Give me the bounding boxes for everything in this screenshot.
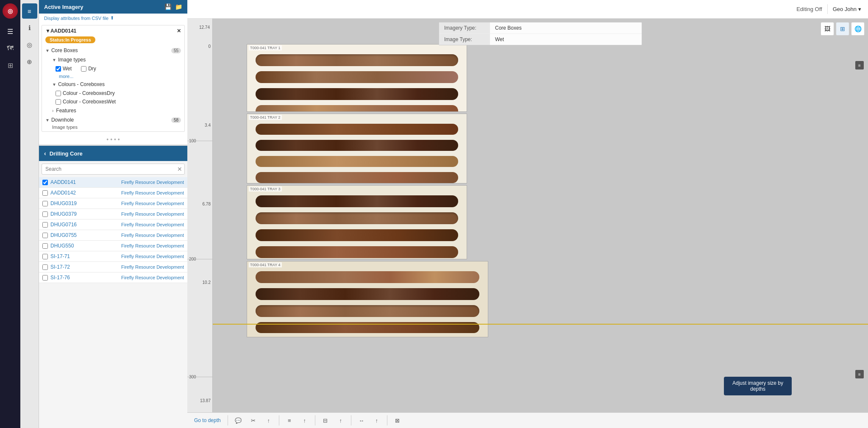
search-input[interactable] xyxy=(42,164,185,175)
drilling-list: AADD0141 Firefly Resource Development AA… xyxy=(39,177,187,428)
top-bar: Editing Off Geo John ▾ xyxy=(187,0,868,19)
drilling-list-item[interactable]: DHUG0755 Firefly Resource Development xyxy=(39,230,187,241)
core-sample-row xyxy=(256,195,458,207)
up-tool-4[interactable]: ↑ xyxy=(370,414,384,426)
item-id-dhug0379: DHUG0379 xyxy=(50,211,80,217)
image-types-row[interactable]: ▼ Image types xyxy=(49,55,184,64)
list-tool[interactable]: ≡ xyxy=(22,3,37,19)
viewer-area: 12.74 0 3.4 6.78 10.2 13.87 100 200 300 … xyxy=(187,19,868,412)
downhole-section[interactable]: ▼ Downhole 58 xyxy=(42,115,184,125)
wet-checkbox-label[interactable]: Wet xyxy=(56,66,72,72)
scroll-down-btn[interactable]: ≡ xyxy=(855,370,864,378)
colour-dry-checkbox[interactable] xyxy=(56,91,61,96)
expand-tool[interactable]: ↔ xyxy=(355,414,368,426)
separator: • • • • xyxy=(39,134,187,145)
grid-view-btn[interactable]: ⊞ xyxy=(836,22,849,36)
more-link[interactable]: more... xyxy=(56,73,184,80)
ruler-200: 200 xyxy=(189,256,196,261)
folder-icon[interactable]: 📁 xyxy=(175,3,182,10)
close-icon[interactable]: ✕ xyxy=(177,28,181,34)
popup-imagery-type-label: Imagery Type: xyxy=(439,22,490,33)
status-badge: Status:In Progress xyxy=(45,36,95,43)
up-tool-2[interactable]: ↑ xyxy=(298,414,312,426)
drilling-list-item[interactable]: AADD0141 Firefly Resource Development xyxy=(39,177,187,188)
core-boxes-section[interactable]: ▼ Core Boxes 55 xyxy=(42,46,184,55)
drilling-core-header[interactable]: ‹ Drilling Core xyxy=(39,146,187,161)
scroll-up-btn[interactable]: ≡ xyxy=(855,61,864,69)
tray-label-1: T000-041 TRAY 1 xyxy=(249,45,282,50)
yellow-depth-line xyxy=(213,324,868,325)
up-tool-3[interactable]: ↑ xyxy=(334,414,348,426)
ruler-100: 100 xyxy=(189,138,196,143)
drilling-list-item[interactable]: DHUG0379 Firefly Resource Development xyxy=(39,209,187,220)
drilling-list-item[interactable]: DHUG0716 Firefly Resource Development xyxy=(39,220,187,230)
core-sample-row xyxy=(256,124,458,135)
goto-depth-link[interactable]: Go to depth xyxy=(191,416,224,425)
item-checkbox-dhug0755[interactable] xyxy=(42,233,48,238)
search-clear-icon[interactable]: ✕ xyxy=(177,166,182,172)
item-checkbox-aadd0141[interactable] xyxy=(42,180,48,185)
item-org-aadd0141: Firefly Resource Development xyxy=(83,180,184,185)
item-checkbox-si1776[interactable] xyxy=(42,275,48,281)
save-icon[interactable]: 💾 xyxy=(164,3,172,10)
item-checkbox-si1771[interactable] xyxy=(42,254,48,259)
colours-section-row[interactable]: ▼ Colours - Coreboxes xyxy=(49,80,184,89)
active-imagery-section: Active Imagery 💾 📁 Display attributes fr… xyxy=(39,0,187,145)
drilling-list-item[interactable]: DHUG0319 Firefly Resource Development xyxy=(39,198,187,209)
cut-tool[interactable]: ✂ xyxy=(247,414,260,426)
colour-wet-checkbox[interactable] xyxy=(56,99,61,105)
item-org-dhug0716: Firefly Resource Development xyxy=(83,222,184,227)
item-checkbox-dhug0716[interactable] xyxy=(42,222,48,228)
layers-tool[interactable]: ⊕ xyxy=(22,54,37,69)
features-row[interactable]: › Features xyxy=(49,106,184,115)
nav-menu-icon[interactable]: ☰ xyxy=(3,24,18,39)
comment-tool[interactable]: 💬 xyxy=(231,414,245,426)
popup-imagery-type-row: Imagery Type: Core Boxes xyxy=(439,22,642,34)
drilling-list-item[interactable]: AADD0142 Firefly Resource Development xyxy=(39,188,187,198)
core-sample-row xyxy=(256,212,458,224)
globe-view-btn[interactable]: 🌐 xyxy=(851,22,865,36)
wet-option-row: Wet Dry xyxy=(56,64,184,73)
item-checkbox-dhug0319[interactable] xyxy=(42,201,48,206)
core-sample-row xyxy=(256,229,458,241)
main-content: Editing Off Geo John ▾ 🖼 ⊞ 🌐 12.74 0 3.4… xyxy=(187,0,868,428)
colours-chevron: ▼ xyxy=(52,82,56,87)
drilling-list-item[interactable]: SI-17-76 Firefly Resource Development xyxy=(39,272,187,283)
core-viewer[interactable]: Imagery Type: Core Boxes Image Type: Wet… xyxy=(213,19,868,412)
nav-image-icon[interactable]: 🗺 xyxy=(3,41,18,56)
toolbar-divider-2 xyxy=(279,415,279,425)
user-menu[interactable]: Geo John ▾ xyxy=(833,6,861,12)
image-view-btn[interactable]: 🖼 xyxy=(821,22,834,36)
item-checkbox-dhug550[interactable] xyxy=(42,243,48,249)
dry-checkbox-label[interactable]: Dry xyxy=(81,66,96,72)
box-tool[interactable]: ⊠ xyxy=(391,414,404,426)
drilling-list-item[interactable]: SI-17-71 Firefly Resource Development xyxy=(39,251,187,262)
up-arrow-tool[interactable]: ↑ xyxy=(262,414,275,426)
item-id-dhug550: DHUG550 xyxy=(50,243,80,249)
colour-dry-label: Colour - CoreboxesDry xyxy=(63,90,115,96)
item-checkbox-aadd0142[interactable] xyxy=(42,190,48,196)
drilling-list-item[interactable]: DHUG550 Firefly Resource Development xyxy=(39,241,187,251)
align-tool[interactable]: ≡ xyxy=(283,414,296,426)
drilling-core-panel: ‹ Drilling Core ✕ AADD0141 Firefly Resou… xyxy=(39,145,187,428)
brain-tool[interactable]: ◎ xyxy=(22,37,37,53)
wet-checkbox[interactable] xyxy=(56,66,61,72)
item-org-dhug550: Firefly Resource Development xyxy=(83,243,184,248)
dry-checkbox[interactable] xyxy=(81,66,86,72)
nav-layers-icon[interactable]: ⊞ xyxy=(3,58,18,73)
app-logo[interactable]: ◎ xyxy=(3,3,18,19)
item-org-dhug0379: Firefly Resource Development xyxy=(83,211,184,217)
csv-link[interactable]: Display attributes from CSV file ⬆ xyxy=(39,14,187,22)
side-panel: Active Imagery 💾 📁 Display attributes fr… xyxy=(39,0,187,428)
item-id-aadd0142: AADD0142 xyxy=(50,190,80,196)
item-checkbox-dhug0379[interactable] xyxy=(42,211,48,217)
minus-tool[interactable]: ⊟ xyxy=(319,414,332,426)
imagery-item-header[interactable]: ▼ AADD0141 ✕ xyxy=(42,25,184,36)
core-boxes-label: Core Boxes xyxy=(51,47,78,53)
image-types-chevron: ▼ xyxy=(52,58,56,62)
nav-bar: ◎ ☰ 🗺 ⊞ xyxy=(0,0,20,428)
item-checkbox-si1772[interactable] xyxy=(42,264,48,270)
info-tool[interactable]: ℹ xyxy=(22,20,37,36)
depth-mark-34: 3.4 xyxy=(205,122,211,127)
drilling-list-item[interactable]: SI-17-72 Firefly Resource Development xyxy=(39,262,187,272)
